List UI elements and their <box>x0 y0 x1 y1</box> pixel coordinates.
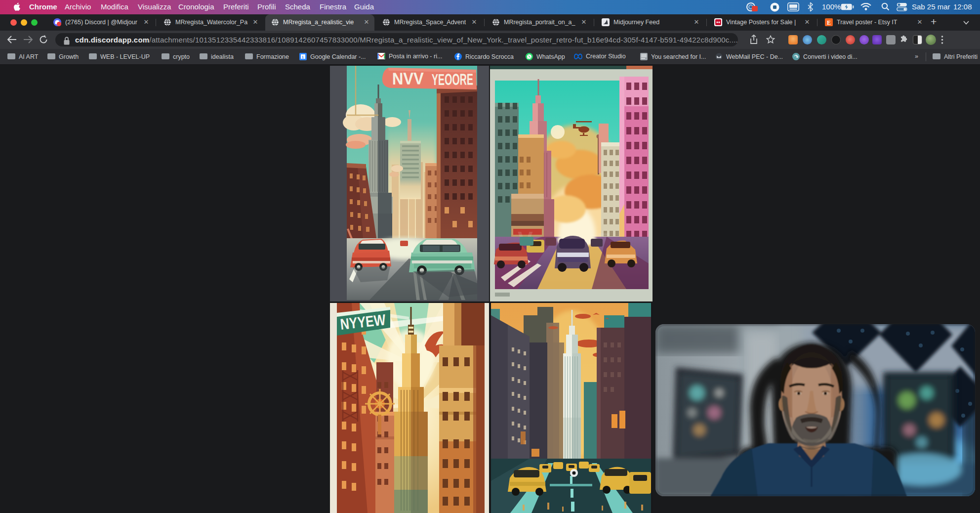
svg-text:NVV: NVV <box>392 69 424 88</box>
svg-text:1: 1 <box>302 55 304 59</box>
svg-text:YEOORE: YEOORE <box>432 70 473 88</box>
svg-text:E: E <box>827 19 831 26</box>
